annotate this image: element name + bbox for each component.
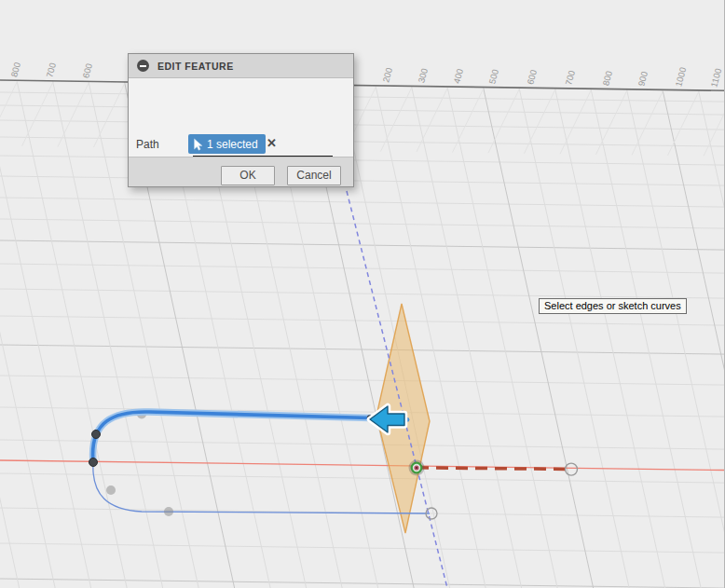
tooltip: Select edges or sketch curves [539,298,687,314]
ruler-tick-label: 600 [80,62,94,79]
ruler-tick-label: 1000 [673,66,688,88]
model-scene: 8007006002003004005006007008009001000110… [0,0,725,588]
x-axis-line[interactable] [0,460,725,471]
path-label: Path [136,138,159,151]
sketch-point[interactable] [92,431,101,439]
ruler-tick-label: 800 [8,62,22,78]
selected-path-halo [93,412,370,462]
ruler-tick-label: 300 [416,67,430,84]
sweep-distance-line[interactable] [417,468,568,470]
ruler-tick-label: 700 [563,69,577,86]
canvas-viewport[interactable]: 8007006002003004005006007008009001000110… [0,0,725,588]
cancel-button[interactable]: Cancel [287,166,341,185]
edit-feature-dialog: EDIT FEATURE Path 1 selected ✕ Distance … [128,53,354,187]
ruler-tick-label: 700 [44,62,58,78]
construction-line[interactable] [347,191,447,588]
sketch-point[interactable] [89,458,98,467]
ruler-tick-label: 400 [451,68,465,85]
sketch-point[interactable] [106,485,116,495]
dialog-header[interactable]: EDIT FEATURE [129,54,353,78]
ruler-tick-label: 800 [600,70,614,87]
ruler-tick-label: 600 [525,69,539,86]
ok-button[interactable]: OK [221,166,275,185]
grid [0,79,725,588]
ruler-tick-label: 1100 [708,67,723,89]
ruler-labels: 8007006002003004005006007008009001000110… [8,62,723,89]
ruler-tick-label: 200 [380,66,394,83]
sketch-point[interactable] [164,507,173,516]
chip-label: 1 selected [207,138,258,151]
cursor-icon [193,138,203,151]
path-selection-chip[interactable]: 1 selected [188,134,266,154]
origin-point[interactable] [409,460,425,476]
sketch-curve[interactable] [93,462,430,513]
ruler-tick-label: 900 [636,70,650,87]
dialog-title: EDIT FEATURE [157,61,234,72]
collapse-icon[interactable] [137,60,149,72]
ruler-tick-label: 500 [486,68,500,85]
dialog-footer: OK Cancel [129,157,353,186]
ruler-line [0,80,725,90]
clear-selection-button[interactable]: ✕ [267,136,277,150]
